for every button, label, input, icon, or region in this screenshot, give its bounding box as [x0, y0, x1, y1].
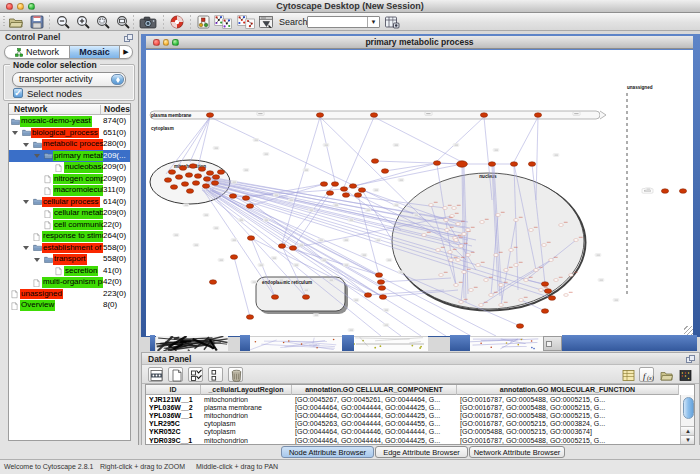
close-window-icon[interactable]	[6, 3, 13, 10]
open-folder-icon[interactable]	[8, 15, 24, 29]
network-node[interactable]	[548, 296, 555, 301]
zoom-window-icon[interactable]	[28, 3, 35, 10]
network-node[interactable]	[289, 246, 296, 251]
column-header[interactable]: ID	[146, 385, 201, 395]
nucleus-node[interactable]	[534, 269, 539, 272]
nucleus-node[interactable]	[448, 251, 453, 254]
expander-icon[interactable]	[34, 154, 40, 158]
nucleus-node[interactable]	[539, 289, 544, 292]
tree-row-label[interactable]: transport	[53, 254, 87, 265]
table-cell[interactable]: mitochondrion	[201, 412, 292, 420]
nucleus-node[interactable]	[549, 259, 554, 262]
tree-row[interactable]: macromolecule311(0)	[9, 185, 130, 197]
nucleus-node[interactable]	[452, 207, 457, 210]
nucleus-node[interactable]	[519, 299, 524, 302]
zoom-fit-icon[interactable]	[115, 15, 131, 29]
network-node[interactable]	[302, 295, 309, 300]
column-header[interactable]: annotation.GO MOLECULAR_FUNCTION	[457, 385, 679, 395]
table-cell[interactable]: [GO:0005488, GO:0005215, GO:0003674]	[457, 428, 679, 436]
network-node[interactable]	[326, 191, 333, 196]
nucleus-node[interactable]	[459, 301, 464, 304]
table-cell[interactable]: [GO:0016787, GO:0005488, GO:0005215, G..…	[457, 396, 679, 404]
nucleus-node[interactable]	[454, 284, 459, 287]
tree-row[interactable]: secretion41(0)	[9, 265, 130, 277]
tree-row[interactable]: nucleobase-209(0)	[9, 162, 130, 174]
network-node[interactable]	[202, 184, 209, 189]
ontology-icon[interactable]	[196, 15, 212, 29]
nucleus-node[interactable]	[496, 214, 501, 217]
network-window-titlebar[interactable]: primary metabolic process	[146, 36, 693, 49]
minimize-window-icon[interactable]	[163, 39, 170, 46]
network-node[interactable]	[164, 178, 171, 183]
vizmapper-window-icon[interactable]	[258, 15, 274, 29]
new-attribute-icon[interactable]	[168, 367, 183, 382]
network-node[interactable]	[528, 162, 535, 167]
column-header[interactable]: annotation.GO CELLULAR_COMPONENT	[292, 385, 457, 395]
tree-row-label[interactable]: secretion	[64, 266, 98, 277]
network-node[interactable]	[354, 193, 361, 198]
function-builder-icon[interactable]: f(x)	[639, 367, 654, 382]
float-panel-icon[interactable]	[686, 355, 695, 363]
nucleus-node[interactable]	[479, 304, 484, 307]
nucleus-node[interactable]	[444, 219, 449, 222]
import-attributes-icon[interactable]	[658, 367, 673, 382]
network-node[interactable]	[349, 184, 356, 189]
network-node[interactable]	[358, 188, 365, 193]
tree-row-label[interactable]: primary metabo	[53, 151, 103, 162]
network-node[interactable]	[192, 181, 199, 186]
tree-row-label[interactable]: unassigned	[20, 289, 63, 300]
network-node[interactable]	[661, 189, 668, 194]
zoom-in-icon[interactable]	[75, 15, 91, 29]
table-row[interactable]: YJR121W__1mitochondrion[GO:0045267, GO:0…	[146, 396, 679, 404]
network-node[interactable]	[534, 113, 541, 118]
tree-row[interactable]: cellular metabo209(0)	[9, 208, 130, 220]
nucleus-node[interactable]	[445, 229, 450, 232]
network-node[interactable]	[342, 193, 349, 198]
search-config-icon[interactable]	[384, 15, 400, 29]
scrollbar-down-icon[interactable]: ▼	[681, 435, 695, 444]
tree-row[interactable]: response to stimul264(0)	[9, 231, 130, 243]
network-node[interactable]	[488, 162, 495, 167]
tree-row-label[interactable]: multi-organism pro	[42, 277, 103, 288]
network-node[interactable]	[541, 282, 548, 287]
tree-row[interactable]: metabolic process280(0)	[9, 139, 130, 151]
toolbar-drag-handle[interactable]	[3, 16, 5, 28]
nucleus-node[interactable]	[462, 233, 467, 236]
table-cell[interactable]: [GO:0016787, GO:0005488, GO:0005215, G..…	[457, 404, 679, 412]
help-lifesaver-icon[interactable]	[169, 15, 185, 29]
network-node[interactable]	[212, 175, 219, 180]
network-node[interactable]	[186, 189, 193, 194]
table-cell[interactable]: [GO:0016787, GO:0005488, GO:0005215, G..…	[457, 437, 679, 445]
table-cell[interactable]: YPL036W__2	[146, 404, 201, 412]
network-node[interactable]	[544, 289, 551, 294]
network-node[interactable]	[340, 187, 347, 192]
tree-row-label[interactable]: metabolic process	[42, 139, 103, 150]
expander-icon[interactable]	[12, 131, 18, 135]
node-color-combobox[interactable]: transporter activity	[12, 72, 126, 87]
tree-row[interactable]: cellular process614(0)	[9, 196, 130, 208]
zoom-selected-icon[interactable]	[95, 15, 111, 29]
table-cell[interactable]: cytoplasm	[201, 428, 292, 436]
network-node[interactable]	[320, 182, 327, 187]
network-node[interactable]	[170, 185, 177, 190]
nucleus-node[interactable]	[429, 204, 434, 207]
search-dropdown-arrow-icon[interactable]: ▼	[367, 17, 379, 27]
table-cell[interactable]: [GO:0044464, GO:0044444, GO:0044425, G..…	[292, 404, 457, 412]
close-window-icon[interactable]	[153, 39, 160, 46]
attribute-checklist-icon[interactable]	[188, 367, 203, 382]
network-node[interactable]	[375, 273, 382, 278]
network-canvas[interactable]: plasma membrane cytoplasm nucleus mitoch…	[146, 50, 693, 336]
save-icon[interactable]	[29, 15, 45, 29]
window-resize-grip[interactable]	[684, 326, 693, 335]
tab-network-attribute-browser[interactable]: Network Attribute Browser	[469, 446, 565, 458]
network-node[interactable]	[377, 280, 384, 285]
table-cell[interactable]: [GO:0044464, GO:0044444, GO:0044425, G..…	[292, 412, 457, 420]
nucleus-node[interactable]	[504, 269, 509, 272]
tree-row[interactable]: multi-organism pro42(0)	[9, 277, 130, 289]
search-combobox[interactable]: ▼	[307, 16, 380, 28]
network-node[interactable]	[179, 166, 186, 171]
network-node[interactable]	[381, 169, 388, 174]
nucleus-node[interactable]	[454, 239, 459, 242]
network-node[interactable]	[168, 170, 175, 175]
network-node[interactable]	[510, 162, 517, 167]
